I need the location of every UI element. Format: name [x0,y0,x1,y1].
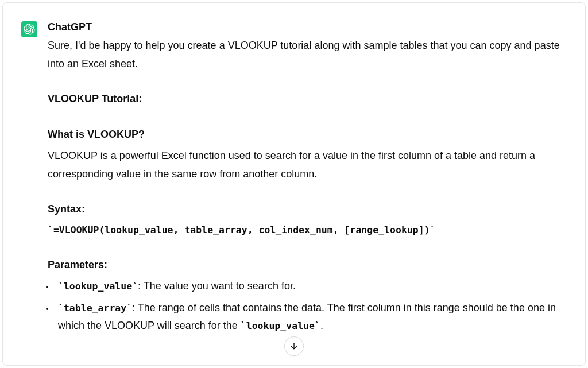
what-section: What is VLOOKUP? VLOOKUP is a powerful E… [48,126,563,184]
message-content: ChatGPT Sure, I'd be happy to help you c… [48,20,567,339]
params-section: Parameters: `lookup_value`: The value yo… [48,256,563,335]
param-desc-after: . [320,320,323,331]
intro-paragraph: Sure, I'd be happy to help you create a … [48,37,563,73]
param-desc: : The value you want to search for. [138,280,296,292]
what-heading: What is VLOOKUP? [48,126,563,144]
arrow-down-icon [289,342,299,351]
what-body: VLOOKUP is a powerful Excel function use… [48,147,563,183]
openai-logo-icon [24,24,35,35]
params-heading: Parameters: [48,256,563,274]
syntax-code: `=VLOOKUP(lookup_value, table_array, col… [48,222,563,239]
tutorial-heading: VLOOKUP Tutorial: [48,90,563,109]
message-card: ChatGPT Sure, I'd be happy to help you c… [2,2,586,366]
scroll-down-button[interactable] [284,336,304,356]
list-item: `table_array`: The range of cells that c… [55,299,563,335]
assistant-avatar [21,21,37,37]
param-code-inline: `lookup_value` [241,320,320,331]
list-item: `lookup_value`: The value you want to se… [55,277,563,296]
message-row: ChatGPT Sure, I'd be happy to help you c… [21,20,567,339]
author-name: ChatGPT [48,20,563,34]
param-name: `table_array` [58,303,132,313]
params-list: `lookup_value`: The value you want to se… [48,277,563,335]
param-name: `lookup_value` [58,281,138,292]
syntax-heading: Syntax: [48,200,563,219]
syntax-section: Syntax: `=VLOOKUP(lookup_value, table_ar… [48,200,563,238]
